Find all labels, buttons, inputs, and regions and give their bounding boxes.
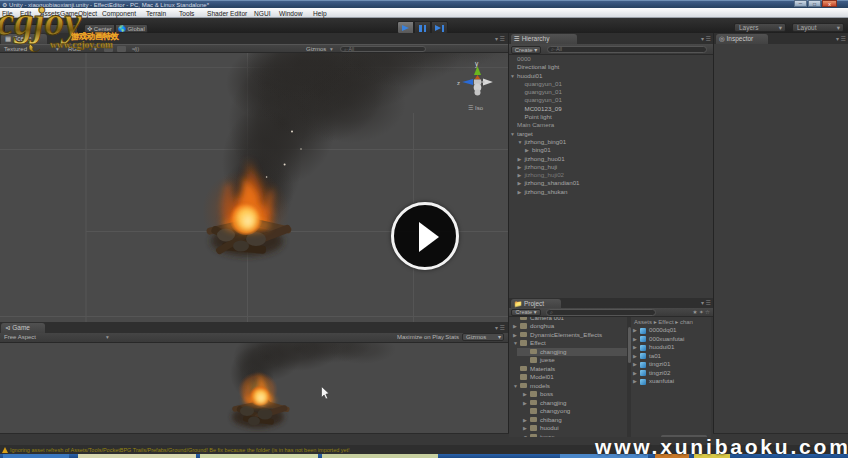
svg-text:z: z bbox=[457, 80, 460, 86]
svg-text:cgjoy: cgjoy bbox=[0, 0, 82, 44]
svg-text:☰ Iso: ☰ Iso bbox=[468, 105, 484, 111]
svg-text:www.cgjoy.com: www.cgjoy.com bbox=[50, 40, 113, 50]
